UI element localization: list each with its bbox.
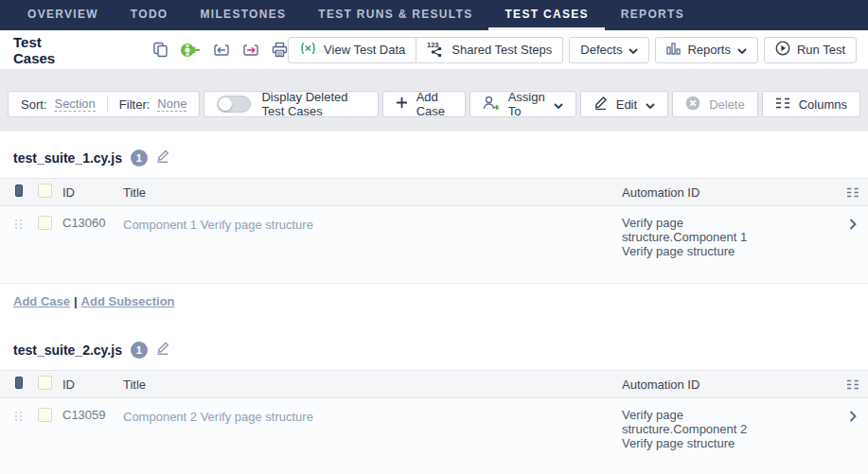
header-icon-cluster <box>152 42 288 58</box>
case-count-badge: 1 <box>131 149 148 167</box>
tab-todo[interactable]: TODO <box>115 0 185 30</box>
sort-value-link[interactable]: Section <box>54 97 95 112</box>
assign-to-button[interactable]: Assign To <box>469 91 576 117</box>
edit-section-icon[interactable] <box>156 149 169 167</box>
filter-label: Filter: <box>119 97 151 112</box>
automation-id-value: Verify page structure.Component 2 Verify… <box>622 408 764 450</box>
chevron-down-icon <box>737 43 747 57</box>
column-header-automation-id: Automation ID <box>622 377 838 392</box>
deleted-toggle-panel: Display Deleted Test Cases <box>204 91 378 117</box>
bar-chart-icon <box>666 43 681 58</box>
case-count-badge: 1 <box>131 342 148 359</box>
run-test-label: Run Test <box>797 43 845 57</box>
print-icon[interactable] <box>272 42 288 58</box>
section-test-suite-1: test_suite_1.cy.js 1 ID Title Automation… <box>0 132 868 312</box>
header-buttons: View Test Data 123 Shared Test Steps Def… <box>288 37 857 63</box>
section-name: test_suite_1.cy.js <box>13 150 122 166</box>
sort-filter-panel: Sort: Section Filter: None <box>8 91 200 117</box>
tab-test-cases[interactable]: TEST CASES <box>488 0 604 30</box>
divider <box>107 97 108 112</box>
select-all-checkbox[interactable] <box>38 376 52 390</box>
tab-reports[interactable]: REPORTS <box>605 0 700 30</box>
tab-test-runs-results[interactable]: TEST RUNS & RESULTS <box>302 0 488 30</box>
copy-icon[interactable] <box>152 42 168 58</box>
header-toolbar: Test Cases <box>0 30 868 69</box>
column-settings-icon[interactable] <box>838 187 868 198</box>
table-header-row: ID Title Automation ID <box>0 178 868 206</box>
row-checkbox[interactable] <box>38 216 52 230</box>
tab-overview[interactable]: OVERVIEW <box>11 0 115 30</box>
deleted-toggle-label: Display Deleted Test Cases <box>261 90 364 118</box>
edit-section-icon[interactable] <box>156 341 169 359</box>
shared-test-steps-label: Shared Test Steps <box>452 43 552 57</box>
delete-label: Delete <box>709 97 745 112</box>
defects-button[interactable]: Defects <box>569 37 649 63</box>
automation-green-icon[interactable] <box>181 43 201 58</box>
column-header-automation-id: Automation ID <box>622 185 838 200</box>
chevron-down-icon <box>554 97 563 112</box>
shared-test-steps-button[interactable]: 123 Shared Test Steps <box>416 37 563 63</box>
column-header-title: Title <box>123 185 622 200</box>
assign-user-icon <box>483 96 500 114</box>
add-subsection-link[interactable]: Add Subsection <box>81 294 175 308</box>
test-case-row[interactable]: C13060 Component 1 Verify page structure… <box>0 206 868 284</box>
defects-label: Defects <box>580 43 622 57</box>
run-test-button[interactable]: Run Test <box>764 37 857 63</box>
toggle-knob <box>219 97 232 111</box>
chevron-down-icon <box>629 43 638 57</box>
play-circle-icon <box>775 41 790 59</box>
add-case-label: Add Case <box>416 90 452 118</box>
test-case-sections: test_suite_1.cy.js 1 ID Title Automation… <box>0 132 868 474</box>
import-icon[interactable] <box>213 43 230 58</box>
add-case-button[interactable]: Add Case <box>382 91 466 117</box>
export-icon[interactable] <box>242 43 259 58</box>
reports-button[interactable]: Reports <box>655 37 758 63</box>
svg-text:123: 123 <box>427 41 439 49</box>
edit-label: Edit <box>616 97 637 112</box>
columns-label: Columns <box>799 97 847 112</box>
test-case-row[interactable]: C13059 Component 2 Verify page structure… <box>0 398 868 474</box>
drag-handle[interactable] <box>0 216 38 229</box>
page-title: Test Cases <box>13 34 62 66</box>
view-test-data-button[interactable]: View Test Data <box>288 37 416 63</box>
chevron-right-icon[interactable] <box>838 408 868 422</box>
table-header-row: ID Title Automation ID <box>0 370 868 398</box>
shared-test-steps-icon: 123 <box>427 41 445 60</box>
case-title-link[interactable]: Component 1 Verify page structure <box>123 218 313 232</box>
select-all-checkbox[interactable] <box>38 184 52 198</box>
row-select-column-icon[interactable] <box>0 377 38 392</box>
link-separator: | <box>74 294 78 308</box>
chevron-right-icon[interactable] <box>838 216 868 230</box>
delete-button[interactable]: Delete <box>672 91 758 117</box>
column-header-title: Title <box>123 377 622 392</box>
reports-label: Reports <box>687 43 731 57</box>
drag-handle[interactable] <box>0 408 38 421</box>
header-button-group: View Test Data 123 Shared Test Steps <box>288 37 563 63</box>
plus-icon <box>396 97 408 112</box>
row-select-column-icon[interactable] <box>0 184 38 200</box>
column-settings-icon[interactable] <box>838 379 868 390</box>
tab-milestones[interactable]: MILESTONES <box>185 0 303 30</box>
view-test-data-icon <box>299 42 317 58</box>
filter-value-link[interactable]: None <box>157 97 186 112</box>
section-test-suite-2: test_suite_2.cy.js 1 ID Title Automation… <box>0 312 868 474</box>
case-id: C13060 <box>62 216 123 230</box>
section-name: test_suite_2.cy.js <box>13 342 122 358</box>
assign-to-label: Assign To <box>508 90 545 118</box>
sort-label: Sort: <box>21 97 46 112</box>
chevron-down-icon <box>646 97 655 112</box>
columns-icon <box>775 97 790 112</box>
display-deleted-toggle[interactable] <box>217 96 251 113</box>
filter-toolbar: Sort: Section Filter: None Display Delet… <box>0 69 868 132</box>
case-id: C13059 <box>62 408 123 422</box>
case-title-link[interactable]: Component 2 Verify page structure <box>123 410 313 424</box>
columns-button[interactable]: Columns <box>762 91 860 117</box>
delete-circle-icon <box>685 96 700 114</box>
section-links: Add Case|Add Subsection <box>0 284 868 312</box>
column-header-id: ID <box>62 185 123 200</box>
row-checkbox[interactable] <box>38 408 52 422</box>
edit-button[interactable]: Edit <box>580 91 668 117</box>
add-case-link[interactable]: Add Case <box>13 294 70 308</box>
automation-id-value: Verify page structure.Component 1 Verify… <box>622 216 764 258</box>
column-header-id: ID <box>62 377 123 392</box>
